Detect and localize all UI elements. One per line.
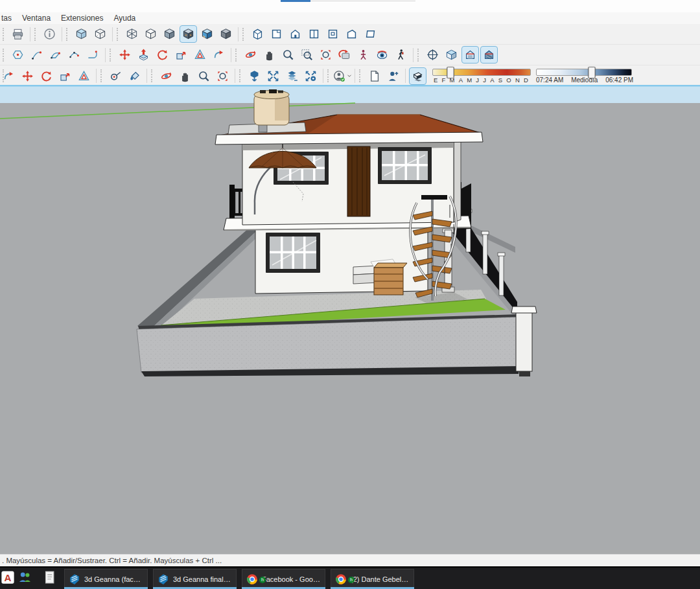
toolbar-drag-handle[interactable] (417, 49, 422, 62)
taskbar-people-button[interactable] (12, 568, 37, 589)
view-right-button[interactable] (305, 25, 323, 43)
arc-3pt-icon (68, 49, 80, 61)
move-button[interactable] (19, 67, 36, 85)
move-button[interactable] (116, 46, 134, 64)
taskbar-notepad-button[interactable] (37, 568, 62, 589)
zoom-button[interactable] (279, 46, 297, 64)
orbit-button[interactable] (158, 67, 175, 85)
style-shaded-textures-button[interactable] (180, 25, 197, 43)
printer-button[interactable] (9, 25, 27, 43)
add-person-button[interactable] (384, 67, 402, 85)
toolbar-drag-handle[interactable] (100, 69, 105, 82)
view-iso-button[interactable] (249, 25, 266, 43)
style-xray-button[interactable] (73, 25, 90, 43)
arc-2pt-button[interactable] (28, 46, 45, 64)
look-around-button[interactable] (373, 46, 391, 64)
new-document-button[interactable] (366, 67, 383, 85)
view-back-button[interactable] (324, 25, 342, 43)
share-model-button[interactable] (264, 67, 282, 85)
display-section-cuts-button[interactable] (461, 46, 479, 64)
pan-button[interactable] (176, 67, 194, 85)
display-section-fill-button[interactable] (480, 46, 498, 64)
toolbar-drag-handle[interactable] (359, 69, 364, 82)
view-left-button[interactable] (343, 25, 360, 43)
background-window-edge (310, 1, 415, 1)
menu-item-tas[interactable]: tas (0, 14, 17, 23)
style-hidden-line-button[interactable] (142, 25, 159, 43)
tape-measure-button[interactable] (107, 67, 124, 85)
style-monochrome-button[interactable] (217, 25, 235, 43)
paint-bucket-button[interactable] (126, 67, 143, 85)
view-front-button[interactable] (286, 25, 304, 43)
follow-me-button[interactable] (0, 67, 18, 85)
style-shaded-button[interactable] (161, 25, 178, 43)
taskbar-window-title: 3d Geanna (fachad... (84, 575, 143, 583)
extension-warehouse-button[interactable] (302, 67, 320, 85)
style-textured-button[interactable] (198, 25, 216, 43)
rotate-button[interactable] (154, 46, 171, 64)
toolbar-drag-handle[interactable] (3, 49, 7, 62)
push-pull-button[interactable] (135, 46, 152, 64)
orbit-button[interactable] (242, 46, 259, 64)
position-camera-button[interactable] (355, 46, 372, 64)
taskbar-window-title: (2) Dante Gebel #95... (351, 575, 410, 583)
menu-item-ayuda[interactable]: Ayuda (108, 14, 141, 23)
share-component-button[interactable] (283, 67, 301, 85)
zoom-window-icon (301, 49, 313, 61)
view-bottom-button[interactable] (362, 25, 379, 43)
model-canvas[interactable] (0, 85, 700, 554)
taskbar-chrome-window[interactable]: h(2) Dante Gebel #95... (331, 569, 414, 589)
shadow-time-thumb[interactable] (588, 67, 595, 78)
view-top-button[interactable] (268, 25, 285, 43)
freehand-arc-button[interactable] (84, 46, 102, 64)
display-section-cuts-icon (464, 49, 476, 61)
zoom-window-button[interactable] (298, 46, 316, 64)
taskbar-chrome-window[interactable]: hFacebook - Google ... (242, 569, 325, 589)
shadow-time-track[interactable] (536, 69, 632, 76)
view-top-icon (270, 28, 283, 40)
follow-me-button[interactable] (210, 46, 228, 64)
arc-3pt-button[interactable] (65, 46, 83, 64)
toolbar-drag-handle[interactable] (235, 49, 240, 62)
menu-item-ventana[interactable]: Ventana (17, 14, 56, 23)
zoom-extents-button[interactable] (214, 67, 231, 85)
taskbar-sketchup-window[interactable]: 3d Geanna (fachad... (64, 569, 148, 589)
section-plane-button[interactable] (424, 46, 441, 64)
scale-button[interactable] (172, 46, 190, 64)
zoom-extents-button[interactable] (317, 46, 334, 64)
toolbar-separator (30, 27, 30, 41)
arc-pie-button[interactable] (47, 46, 64, 64)
display-section-planes-button[interactable] (443, 46, 460, 64)
model-info-button[interactable] (41, 25, 58, 43)
toolbar-drag-handle[interactable] (66, 28, 71, 41)
account-button[interactable] (334, 67, 351, 85)
toolbar-drag-handle[interactable] (3, 28, 7, 41)
toolbar-drag-handle[interactable] (327, 69, 332, 82)
offset-button[interactable] (75, 67, 93, 85)
toolbar-drag-handle[interactable] (242, 28, 247, 41)
shadow-date-track[interactable] (432, 69, 531, 76)
polygon-tool-button[interactable] (9, 46, 27, 64)
shadow-date-thumb[interactable] (447, 67, 454, 78)
toolbar-drag-handle[interactable] (117, 28, 121, 41)
zoom-button[interactable] (195, 67, 213, 85)
pan-button[interactable] (261, 46, 278, 64)
walk-button[interactable] (392, 46, 410, 64)
toolbar-drag-handle[interactable] (151, 69, 156, 82)
toolbar-drag-handle[interactable] (239, 69, 244, 82)
offset-button[interactable] (191, 46, 209, 64)
previous-view-button[interactable] (336, 46, 353, 64)
taskbar-autocad-button[interactable]: A (0, 568, 12, 589)
rotate-button[interactable] (38, 67, 55, 85)
taskbar-sketchup-window[interactable]: 3d Geanna final* - ... (153, 569, 237, 589)
style-back-edges-button[interactable] (91, 25, 109, 43)
toolbar-drag-handle[interactable] (110, 49, 114, 62)
menu-item-extensiones[interactable]: Extensiones (56, 14, 108, 23)
previous-view-icon (338, 49, 351, 61)
style-wireframe-button[interactable] (123, 25, 141, 43)
toolbar-area: EFMAMJJASOND 07:24 AM Mediodía 06:42 PM (0, 24, 700, 85)
shadows-toggle-button[interactable] (409, 67, 426, 85)
scale-button[interactable] (56, 67, 74, 85)
toolbar-drag-handle[interactable] (34, 28, 39, 41)
warehouse-3d-button[interactable] (246, 67, 263, 85)
